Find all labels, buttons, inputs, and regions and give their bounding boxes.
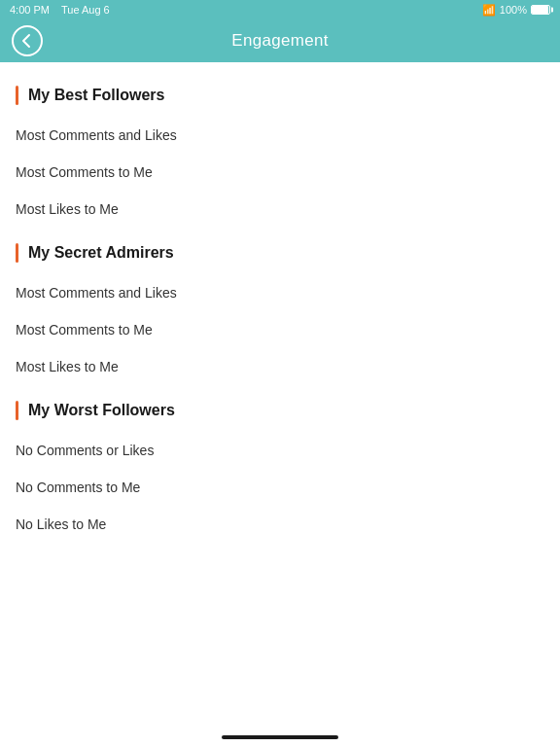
section-header-worst-followers: My Worst Followers xyxy=(0,393,560,428)
back-button[interactable] xyxy=(12,25,43,56)
section-header-secret-admirers: My Secret Admirers xyxy=(0,235,560,270)
section-best-followers: My Best FollowersMost Comments and Likes… xyxy=(0,78,560,228)
content-area: My Best FollowersMost Comments and Likes… xyxy=(0,62,560,718)
menu-item-best-followers-2[interactable]: Most Likes to Me xyxy=(0,191,560,228)
menu-item-worst-followers-0[interactable]: No Comments or Likes xyxy=(0,432,560,469)
section-title-best-followers: My Best Followers xyxy=(28,87,164,104)
section-border-best-followers xyxy=(16,86,18,105)
menu-item-secret-admirers-0[interactable]: Most Comments and Likes xyxy=(0,274,560,311)
battery-percent: 100% xyxy=(500,4,527,16)
menu-item-secret-admirers-2[interactable]: Most Likes to Me xyxy=(0,348,560,385)
section-header-best-followers: My Best Followers xyxy=(0,78,560,113)
battery-fill xyxy=(532,6,548,14)
status-icons: 📶 100% xyxy=(482,4,550,17)
home-indicator xyxy=(222,735,338,739)
menu-item-worst-followers-2[interactable]: No Likes to Me xyxy=(0,506,560,543)
status-date: Tue Aug 6 xyxy=(61,4,110,16)
section-worst-followers: My Worst FollowersNo Comments or LikesNo… xyxy=(0,393,560,543)
status-bar: 4:00 PM Tue Aug 6 📶 100% xyxy=(0,0,560,19)
menu-item-best-followers-0[interactable]: Most Comments and Likes xyxy=(0,117,560,154)
menu-item-worst-followers-1[interactable]: No Comments to Me xyxy=(0,469,560,506)
section-border-secret-admirers xyxy=(16,243,18,263)
wifi-icon: 📶 xyxy=(482,4,496,17)
battery-icon xyxy=(531,5,550,15)
status-time-date: 4:00 PM Tue Aug 6 xyxy=(10,4,110,16)
nav-title: Engagement xyxy=(231,31,328,51)
menu-item-secret-admirers-1[interactable]: Most Comments to Me xyxy=(0,311,560,348)
section-title-worst-followers: My Worst Followers xyxy=(28,402,175,419)
section-title-secret-admirers: My Secret Admirers xyxy=(28,244,174,262)
back-chevron-icon xyxy=(19,33,35,49)
section-border-worst-followers xyxy=(16,401,18,420)
status-time: 4:00 PM xyxy=(10,4,50,16)
menu-item-best-followers-1[interactable]: Most Comments to Me xyxy=(0,154,560,191)
section-secret-admirers: My Secret AdmirersMost Comments and Like… xyxy=(0,235,560,385)
nav-bar: Engagement xyxy=(0,19,560,62)
